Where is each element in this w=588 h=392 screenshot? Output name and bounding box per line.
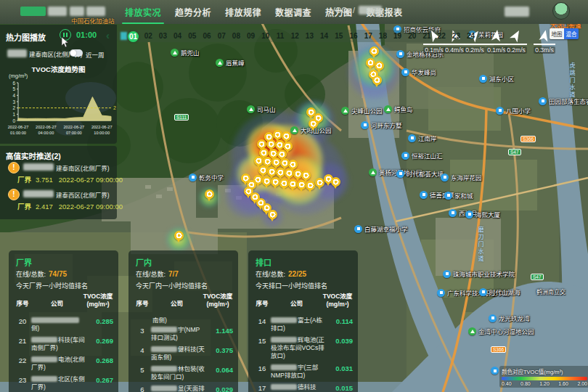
row-rank: 17	[253, 383, 271, 392]
timeline-hour-08[interactable]: 08	[230, 31, 242, 41]
online-count: 在线/总数:22/25	[256, 269, 306, 279]
table-row[interactable]: 22电池(北侧厂界)0.268	[9, 354, 118, 373]
timeline-hour-10[interactable]: 10	[260, 31, 271, 41]
site-marker-icon[interactable]	[375, 61, 384, 70]
timeline-hour-03[interactable]: 03	[157, 31, 168, 41]
row-company: 北区(东侧厂界)	[31, 375, 86, 391]
push-type: 厂界	[17, 203, 31, 211]
col-company: 公司	[271, 293, 322, 309]
timeline-hour-20[interactable]: 20	[407, 31, 418, 41]
brand-text-redacted	[48, 7, 67, 16]
timeline-hour-13[interactable]: 13	[303, 31, 315, 41]
timeline-hour-05[interactable]: 05	[187, 31, 198, 41]
table-row[interactable]: 4健科技(天面东侧)0.375	[128, 343, 238, 363]
site-marker-icon[interactable]	[205, 189, 214, 199]
timeline-hour-21[interactable]: 21	[421, 31, 433, 41]
site-marker-icon[interactable]	[263, 157, 272, 166]
row-partial-text: 南侧)	[128, 314, 238, 324]
site-marker-icon[interactable]	[262, 176, 271, 186]
timeline-hour-06[interactable]: 06	[201, 31, 213, 41]
table-header: 序号公司TVOC浓度(mg/m³)	[9, 293, 118, 309]
avatar[interactable]	[552, 2, 570, 20]
timeline-play-icon[interactable]	[121, 32, 127, 40]
site-prefix-redacted	[7, 49, 27, 57]
site-marker-icon[interactable]	[331, 177, 340, 187]
site-marker-icon[interactable]	[315, 178, 324, 187]
site-marker-icon[interactable]	[271, 158, 281, 167]
svg-text:1: 1	[12, 112, 15, 117]
nav-item-4[interactable]: 数据调查	[275, 6, 311, 18]
timeline-hour-17[interactable]: 17	[362, 31, 374, 41]
table-row[interactable]: 3宇(NMP排口测试)1.145	[128, 324, 238, 343]
site-marker-icon[interactable]	[301, 171, 311, 180]
site-marker-icon[interactable]	[271, 177, 280, 187]
timeline-hour-23[interactable]: 23	[450, 31, 462, 41]
col-value-unit: (mg/m³)	[83, 301, 113, 309]
site-marker-icon[interactable]	[306, 181, 315, 190]
timeline-hour-24[interactable]: 24	[465, 31, 477, 41]
timeline-hour-15[interactable]: 15	[333, 31, 345, 41]
site-marker-icon[interactable]	[279, 179, 289, 188]
timeline-hour-09[interactable]: 09	[245, 31, 257, 41]
nav-item-1[interactable]: 排放实况	[125, 6, 161, 18]
company-redacted	[151, 346, 177, 352]
site-marker-icon[interactable]	[288, 179, 298, 189]
site-marker-icon[interactable]	[268, 210, 277, 219]
timeline-hour-11[interactable]: 11	[274, 31, 286, 41]
nav-item-3[interactable]: 排放规律	[225, 6, 261, 18]
legend-ticks: 0.400.801.201.602.00	[502, 381, 587, 386]
row-value: 1.145	[205, 326, 233, 335]
site-marker-icon[interactable]	[257, 139, 266, 149]
push-detail: 厂界3.7512022-06-27 09:00:00	[17, 174, 128, 184]
timeline-hour-22[interactable]: 22	[436, 31, 447, 41]
table-row[interactable]: 21科技(车间南侧厂界)0.269	[9, 334, 118, 354]
site-marker-icon[interactable]	[273, 130, 282, 139]
timeline-hour-14[interactable]: 14	[319, 31, 330, 41]
site-marker-icon[interactable]	[285, 168, 294, 178]
map-type-地图[interactable]: 地图	[550, 28, 564, 39]
site-marker-icon[interactable]	[258, 166, 268, 175]
nav-item-2[interactable]: 趋势分析	[175, 6, 211, 18]
wind-underline	[505, 44, 527, 45]
site-marker-icon[interactable]	[372, 75, 382, 85]
table-row[interactable]: 16宇(三部NMP排放口)0.031	[248, 362, 358, 381]
range-toggle-switch[interactable]	[70, 49, 83, 57]
site-marker-icon[interactable]	[254, 156, 264, 166]
table-row[interactable]: 23北区(东侧厂界)0.267	[9, 373, 118, 392]
timeline-hour-18[interactable]: 18	[377, 31, 388, 41]
site-marker-icon[interactable]	[267, 167, 277, 176]
site-marker-icon[interactable]	[266, 139, 276, 149]
site-marker-icon[interactable]	[282, 131, 291, 141]
site-marker-icon[interactable]	[276, 168, 285, 177]
warning-icon: !	[8, 189, 20, 200]
push-value: 3.751	[36, 176, 53, 184]
company-redacted	[23, 190, 54, 197]
timeline-hour-02[interactable]: 02	[142, 31, 154, 41]
timeline-hour-12[interactable]: 12	[289, 31, 301, 41]
site-marker-icon[interactable]	[369, 46, 379, 56]
timeline-hour-01[interactable]: 01	[128, 31, 139, 42]
table-row[interactable]: 17德科技(FHVP1007)0.015	[248, 381, 358, 392]
svg-text:2: 2	[113, 105, 116, 110]
table-row[interactable]: 14富士(A栋排口)0.114	[248, 314, 358, 334]
timeline-hour-19[interactable]: 19	[392, 31, 404, 41]
row-value: 0.031	[325, 364, 353, 372]
table-row[interactable]: 6显(天面排口西侧)0.029	[128, 383, 238, 392]
company-redacted	[151, 366, 177, 372]
wind-speed: 0.3m/s	[534, 46, 555, 54]
site-marker-icon[interactable]	[174, 231, 184, 240]
timeline-hour-04[interactable]: 04	[172, 31, 184, 41]
site-marker-icon[interactable]	[309, 119, 318, 128]
timeline-hour-16[interactable]: 16	[348, 31, 359, 41]
row-rank: 5	[134, 365, 151, 374]
table-row[interactable]: 5林包装(收胶车间门口)0.064	[128, 363, 238, 383]
site-marker-icon[interactable]	[366, 58, 375, 68]
site-marker-icon[interactable]	[297, 180, 306, 189]
timeline-hour-07[interactable]: 07	[216, 31, 227, 41]
svg-text:4: 4	[12, 93, 15, 98]
table-row[interactable]: 15辉电池(正极涂布车间VOCs排放口)0.039	[248, 334, 358, 362]
vocs-selector[interactable]: VOCs / ▼	[330, 6, 391, 15]
map-type-混合[interactable]: 混合	[564, 28, 579, 39]
table-row[interactable]: 20侧)0.285	[9, 314, 118, 334]
col-value: TVOC浓度(mg/m³)	[203, 293, 233, 309]
